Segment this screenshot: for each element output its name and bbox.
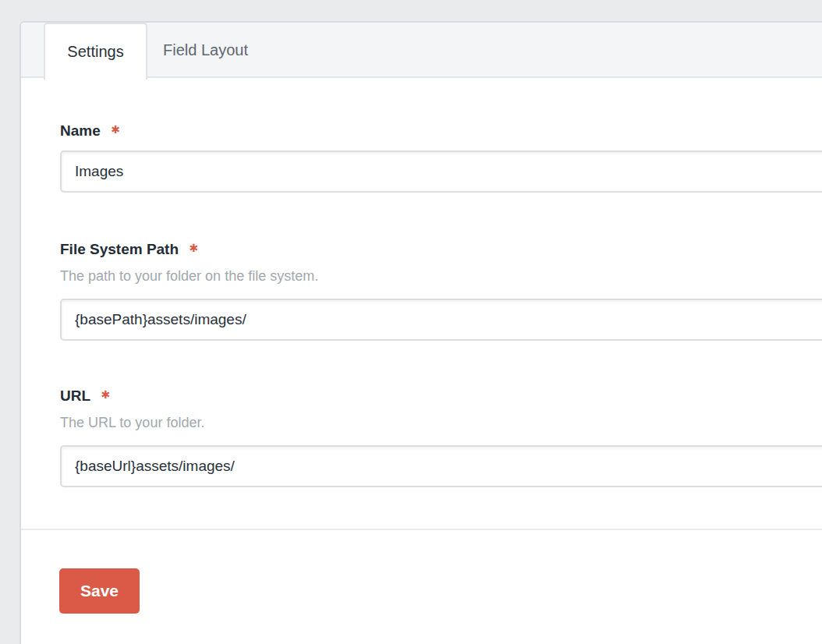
required-icon: ✱ <box>190 239 199 257</box>
file-system-path-label: File System Path <box>60 241 179 257</box>
tab-field-layout[interactable]: Field Layout <box>147 23 264 78</box>
spacer <box>60 193 822 239</box>
name-label: Name <box>60 122 101 139</box>
required-icon: ✱ <box>101 386 111 404</box>
tab-settings-label: Settings <box>67 43 123 61</box>
url-field-heading: URL ✱ <box>60 386 822 404</box>
save-button[interactable]: Save <box>59 568 140 614</box>
required-icon: ✱ <box>111 121 120 139</box>
settings-form: Name ✱ File System Path ✱ The path to yo… <box>21 78 822 487</box>
url-hint: The URL to your folder. <box>60 414 822 431</box>
spacer <box>60 341 822 386</box>
file-system-path-hint: The path to your folder on the file syst… <box>60 267 822 285</box>
name-field: Name ✱ <box>60 121 822 193</box>
tab-bar: Settings Field Layout <box>21 23 822 78</box>
tab-settings[interactable]: Settings <box>44 23 147 80</box>
tab-field-layout-label: Field Layout <box>163 41 248 59</box>
name-field-heading: Name ✱ <box>60 121 822 139</box>
file-system-path-field: File System Path ✱ The path to your fold… <box>60 239 822 341</box>
form-footer: Save <box>21 530 822 614</box>
file-system-path-input[interactable] <box>60 299 822 341</box>
url-field: URL ✱ The URL to your folder. <box>60 386 822 487</box>
file-system-path-heading: File System Path ✱ <box>60 239 822 257</box>
settings-pane: Settings Field Layout Name ✱ File System… <box>19 21 822 644</box>
url-label: URL <box>60 387 90 404</box>
url-input[interactable] <box>60 445 822 487</box>
name-input[interactable] <box>60 150 822 193</box>
